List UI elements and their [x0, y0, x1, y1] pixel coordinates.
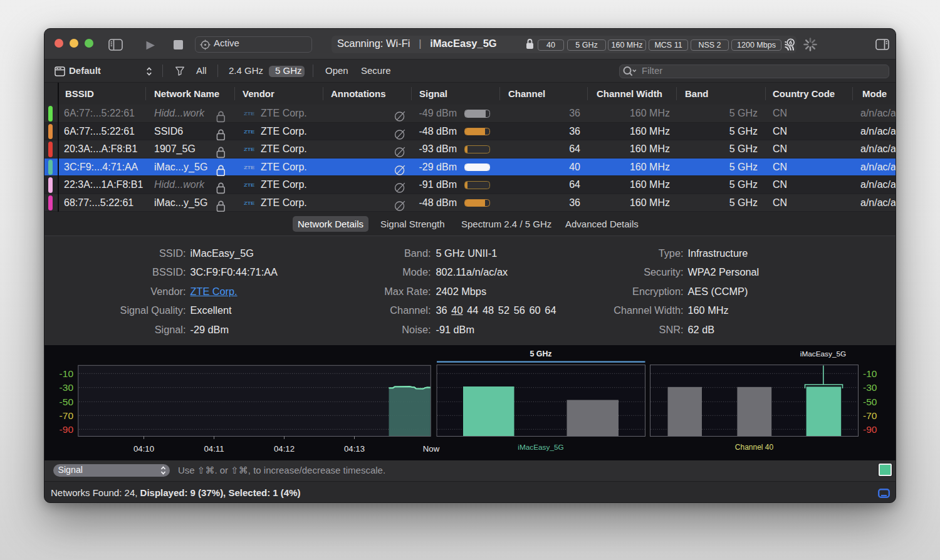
svg-text:04:11: 04:11 [204, 444, 224, 454]
svg-text:iMacEasy_5G: iMacEasy_5G [518, 443, 563, 452]
svg-text:-30: -30 [863, 382, 877, 393]
svg-text:iMacEasy_5G: iMacEasy_5G [800, 350, 846, 358]
svg-text:Now: Now [423, 444, 440, 454]
svg-text:-70: -70 [863, 410, 877, 421]
svg-text:04:10: 04:10 [133, 444, 154, 454]
svg-text:5 GHz: 5 GHz [530, 350, 551, 358]
svg-text:Channel 40: Channel 40 [735, 443, 774, 452]
svg-text:-70: -70 [60, 410, 74, 421]
svg-text:-10: -10 [60, 368, 74, 379]
svg-text:-90: -90 [863, 424, 877, 435]
svg-text:-50: -50 [60, 397, 74, 407]
svg-text:-90: -90 [60, 424, 74, 435]
svg-text:-50: -50 [863, 397, 877, 407]
svg-text:04:13: 04:13 [344, 444, 365, 454]
svg-text:04:12: 04:12 [274, 444, 295, 454]
svg-text:-30: -30 [60, 382, 74, 393]
svg-text:-10: -10 [863, 368, 877, 379]
